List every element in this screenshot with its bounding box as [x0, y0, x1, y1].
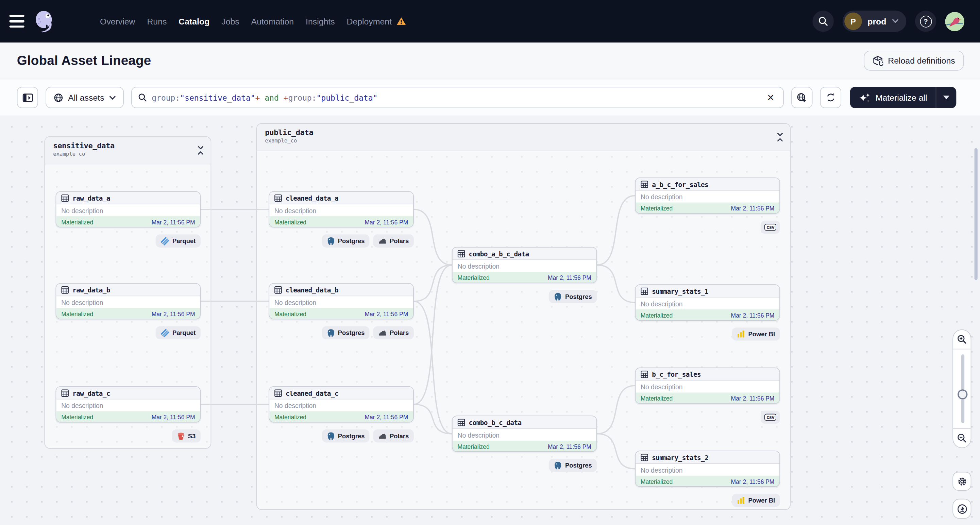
asset-node-raw_data_b[interactable]: raw_data_bNo descriptionMaterializedMar …: [56, 283, 200, 320]
collapse-group-button[interactable]: [197, 146, 204, 158]
kind-badge-power-bi[interactable]: Power BI: [732, 494, 780, 507]
zoom-in-button[interactable]: [953, 330, 970, 350]
panel-expand-icon: [22, 93, 33, 102]
kind-badge-parquet[interactable]: Parquet: [155, 326, 200, 339]
asset-kind-badges: Parquet: [56, 326, 200, 339]
asset-status-row: MaterializedMar 2, 11:56 PM: [269, 216, 413, 228]
kind-badge-csv[interactable]: csv: [761, 221, 780, 234]
nav-item-label: Jobs: [221, 17, 239, 26]
title-bar: Global Asset Lineage Reload definitions: [0, 43, 980, 79]
user-avatar[interactable]: [945, 11, 964, 31]
nav-item-automation[interactable]: Automation: [251, 17, 294, 26]
group-title: public_data: [265, 128, 783, 137]
kind-badge-label: Postgres: [565, 462, 592, 469]
collapse-group-button[interactable]: [776, 133, 784, 145]
asset-node-cleaned_data_b[interactable]: cleaned_data_bNo descriptionMaterialized…: [269, 283, 414, 320]
open-panel-button[interactable]: [17, 87, 38, 108]
asset-node-cleaned_data_a[interactable]: cleaned_data_aNo descriptionMaterialized…: [269, 191, 414, 228]
asset-node-cleaned_data_c[interactable]: cleaned_data_cNo descriptionMaterialized…: [269, 386, 414, 423]
asset-node-combo_b_c_data[interactable]: combo_b_c_dataNo descriptionMaterialized…: [452, 415, 597, 452]
globe-icon: [54, 93, 63, 102]
nav-item-insights[interactable]: Insights: [306, 17, 335, 26]
asset-description: No description: [56, 296, 200, 308]
reload-definitions-label: Reload definitions: [888, 56, 955, 65]
asset-node-b_c_for_sales[interactable]: b_c_for_salesNo descriptionMaterializedM…: [635, 368, 780, 404]
materialization-timestamp: Mar 2, 11:56 PM: [731, 478, 775, 485]
asset-kind-badges: csv: [635, 411, 780, 424]
asset-description: No description: [269, 204, 413, 216]
kind-badge-polars[interactable]: Polars: [373, 234, 414, 248]
kind-badge-s3[interactable]: S3: [172, 430, 200, 443]
nav-item-label: Overview: [100, 17, 135, 26]
group-header[interactable]: public_dataexample_co: [257, 124, 790, 151]
kind-badge-postgres[interactable]: Postgres: [549, 290, 597, 303]
nav-item-catalog[interactable]: Catalog: [178, 17, 210, 26]
asset-node-summary_stats_1[interactable]: summary_stats_1No descriptionMaterialize…: [635, 284, 780, 321]
kind-badge-label: Postgres: [565, 293, 592, 300]
asset-kind-badges: PostgresPolars: [269, 430, 414, 443]
lineage-canvas[interactable]: sensitive_dataexample_copublic_dataexamp…: [0, 116, 980, 525]
asset-node-raw_data_c[interactable]: raw_data_cNo descriptionMaterializedMar …: [56, 386, 200, 423]
kind-badge-postgres[interactable]: Postgres: [322, 234, 370, 248]
kind-badge-parquet[interactable]: Parquet: [155, 234, 200, 248]
materialize-options-button[interactable]: [937, 87, 956, 108]
asset-scope-dropdown[interactable]: All assets: [46, 87, 123, 108]
vertical-scrollbar[interactable]: [975, 148, 978, 280]
asset-node-raw_data_a[interactable]: raw_data_aNo descriptionMaterializedMar …: [56, 191, 200, 228]
asset-kind-badges: Power BI: [635, 494, 780, 507]
zoom-slider-track[interactable]: [961, 354, 964, 423]
zoom-control: [953, 329, 971, 448]
group-header[interactable]: sensitive_dataexample_co: [45, 137, 210, 165]
table-icon: [61, 286, 69, 293]
graph-settings-button[interactable]: [953, 472, 971, 491]
new-group-view-button[interactable]: [791, 87, 812, 108]
asset-kind-badges: csv: [635, 221, 780, 234]
zoom-out-button[interactable]: [953, 428, 970, 447]
search-button[interactable]: [813, 11, 834, 32]
zoom-slider-handle[interactable]: [958, 389, 967, 399]
refresh-button[interactable]: [820, 87, 841, 108]
clear-search-icon[interactable]: ✕: [764, 93, 776, 102]
kind-badge-csv[interactable]: csv: [761, 411, 780, 424]
asset-kind-badges: Parquet: [56, 234, 200, 248]
nav-menu: OverviewRunsCatalogJobsAutomationInsight…: [100, 17, 406, 26]
asset-node-header: raw_data_a: [56, 192, 200, 204]
dagster-logo-icon[interactable]: [33, 10, 56, 33]
asset-description: No description: [56, 399, 200, 411]
asset-node-a_b_c_for_sales[interactable]: a_b_c_for_salesNo descriptionMaterialize…: [635, 178, 780, 214]
group-title: sensitive_data: [53, 141, 203, 150]
help-button[interactable]: ?: [915, 11, 936, 32]
nav-item-deployment[interactable]: Deployment: [347, 17, 406, 26]
nav-item-runs[interactable]: Runs: [147, 17, 167, 26]
asset-node-summary_stats_2[interactable]: summary_stats_2No descriptionMaterialize…: [635, 450, 780, 487]
kind-badge-polars[interactable]: Polars: [373, 430, 414, 443]
kind-badge-postgres[interactable]: Postgres: [549, 459, 597, 472]
kind-badge-label: S3: [188, 433, 196, 439]
nav-item-label: Insights: [306, 17, 335, 26]
group-subtitle: example_co: [53, 151, 203, 157]
environment-switcher[interactable]: P prod: [843, 11, 906, 32]
kind-badge-polars[interactable]: Polars: [373, 326, 414, 339]
download-image-button[interactable]: [953, 499, 971, 519]
asset-description: No description: [453, 429, 597, 441]
search-query-text: group:"sensitive_data"+ and +group:"publ…: [152, 93, 759, 102]
gear-icon: [956, 476, 967, 487]
menu-icon[interactable]: [10, 15, 24, 27]
kind-badge-postgres[interactable]: Postgres: [322, 326, 370, 339]
table-icon: [274, 194, 282, 202]
nav-item-overview[interactable]: Overview: [100, 17, 135, 26]
kind-badge-label: Postgres: [338, 329, 365, 336]
status-badge: Materialized: [641, 312, 673, 318]
nav-item-jobs[interactable]: Jobs: [221, 17, 239, 26]
status-badge: Materialized: [641, 478, 673, 485]
asset-node-header: combo_b_c_data: [453, 416, 597, 429]
kind-badge-postgres[interactable]: Postgres: [322, 430, 370, 443]
asset-node-header: a_b_c_for_sales: [636, 178, 780, 191]
kind-badge-power-bi[interactable]: Power BI: [732, 328, 780, 341]
materialize-all-button[interactable]: Materialize all: [850, 87, 936, 108]
asset-status-row: MaterializedMar 2, 11:56 PM: [453, 272, 597, 283]
asset-search-input[interactable]: group:"sensitive_data"+ and +group:"publ…: [131, 87, 784, 108]
asset-node-combo_a_b_c_data[interactable]: combo_a_b_c_dataNo descriptionMaterializ…: [452, 247, 597, 283]
download-icon: [956, 504, 967, 514]
reload-definitions-button[interactable]: Reload definitions: [864, 51, 964, 71]
